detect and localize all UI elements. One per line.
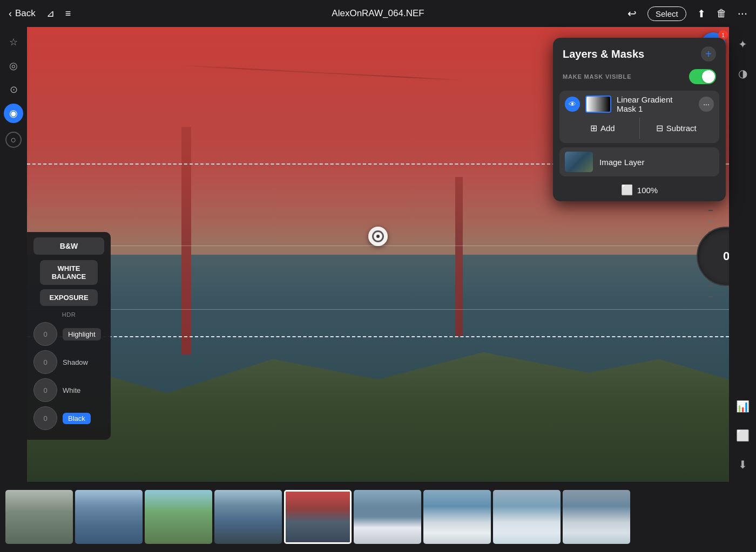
image-layer-row: Image Layer	[559, 147, 719, 176]
film-thumb-8[interactable]	[493, 490, 561, 544]
white-label: White	[63, 386, 80, 394]
gradient-line-bottom	[27, 336, 729, 337]
white-balance-button[interactable]: WHITE BALANCE	[40, 260, 98, 285]
back-chevron-icon: ‹	[9, 8, 12, 19]
sort-icon[interactable]: ≡	[65, 8, 71, 19]
opacity-value: 100%	[637, 186, 658, 195]
highlight-row: 0 Highlight	[33, 322, 104, 346]
layers-count: 1	[721, 32, 725, 38]
filmstrip: ℹ	[0, 482, 756, 552]
back-button[interactable]: ‹ Back	[9, 8, 36, 19]
magic-wand-icon[interactable]: ✦	[733, 35, 752, 54]
add-icon: ⊞	[590, 123, 597, 133]
highlight-label: Highlight	[63, 328, 101, 340]
shadow-knob-value: 0	[43, 358, 47, 366]
film-thumb-3[interactable]	[145, 490, 212, 544]
mask-item-row: 👁 Linear Gradient Mask 1 ···	[559, 91, 719, 118]
add-subtract-row: ⊞ Add ⊟ Subtract	[566, 118, 713, 139]
select-button[interactable]: Select	[647, 6, 686, 21]
mask-eye-button[interactable]: 👁	[565, 97, 580, 112]
film-thumb-9[interactable]	[563, 490, 630, 544]
more-icon[interactable]: ···	[738, 6, 747, 21]
undo-icon[interactable]: ↩	[627, 7, 637, 20]
film-thumb-6[interactable]	[354, 490, 421, 544]
add-button[interactable]: ⊞ Add	[566, 118, 640, 139]
filter-icon[interactable]: ⊿	[46, 8, 55, 19]
film-thumb-2[interactable]	[75, 490, 143, 544]
film-thumb-1[interactable]	[5, 490, 73, 544]
white-row: 0 White	[33, 378, 104, 402]
sidebar-tune-icon[interactable]: ⊙	[4, 80, 23, 99]
gradient-handle-inner	[372, 230, 384, 242]
image-layer-thumbnail	[565, 152, 593, 172]
film-thumb-5[interactable]	[284, 490, 352, 544]
mask-item: 👁 Linear Gradient Mask 1 ··· ⊞ Add ⊟ Sub…	[559, 91, 719, 143]
bw-button[interactable]: B&W	[33, 237, 104, 255]
subtract-label: Subtract	[666, 124, 697, 133]
bridge-tower-right	[455, 177, 463, 336]
layers-panel: Layers & Masks + MAKE MASK VISIBLE 👁 Lin…	[553, 38, 726, 201]
mask-thumbnail	[585, 96, 611, 113]
hdr-label: HDR	[33, 311, 104, 318]
file-title: AlexOnRAW_064.NEF	[332, 8, 424, 19]
layers-panel-title: Layers & Masks	[563, 48, 644, 60]
hdr-section: HDR 0 Highlight 0 Shadow 0 White 0 Black	[27, 311, 111, 430]
mask-name: Linear Gradient Mask 1	[617, 95, 693, 113]
mask-visible-label: MAKE MASK VISIBLE	[563, 73, 631, 80]
film-thumb-7[interactable]	[423, 490, 491, 544]
share-icon[interactable]: ⬆	[697, 8, 706, 20]
download-icon[interactable]: ⬇	[733, 455, 752, 474]
sidebar-favorites-icon[interactable]: ☆	[4, 32, 23, 52]
highlight-knob[interactable]: 0	[33, 322, 57, 346]
wb-section: WHITE BALANCE	[27, 260, 111, 288]
white-knob[interactable]: 0	[33, 378, 57, 402]
exposure-section: EXPOSURE	[27, 289, 111, 311]
add-label: Add	[600, 124, 615, 133]
image-layer-item: Image Layer	[559, 147, 719, 176]
bridge-tower-left	[181, 127, 191, 355]
mask-visible-toggle[interactable]	[689, 69, 716, 84]
sidebar-filter-icon[interactable]: ◎	[4, 56, 23, 76]
shadow-label: Shadow	[63, 358, 88, 366]
sidebar-vignette-icon[interactable]: ○	[5, 132, 22, 148]
tonecurve-icon[interactable]: ◑	[733, 64, 752, 83]
sidebar-color-icon[interactable]: ◉	[4, 104, 23, 123]
mask-visible-row: MAKE MASK VISIBLE	[553, 67, 726, 91]
add-layer-button[interactable]: +	[701, 46, 716, 62]
bw-section: B&W	[27, 237, 111, 259]
mask-more-button[interactable]: ···	[699, 97, 714, 112]
back-label: Back	[15, 8, 36, 19]
exposure-label: EXPOSURE	[49, 294, 88, 302]
opacity-icon: ⬜	[621, 184, 633, 196]
delete-icon[interactable]: 🗑	[717, 8, 727, 19]
top-bar: ‹ Back ⊿ ≡ AlexOnRAW_064.NEF ↩ Select ⬆ …	[0, 0, 756, 27]
white-knob-value: 0	[43, 386, 47, 394]
left-tools-panel: B&W WHITE BALANCE EXPOSURE HDR 0 Highlig…	[27, 232, 111, 440]
compare-icon[interactable]: ⬜	[733, 426, 752, 445]
gradient-handle-dot	[376, 235, 380, 238]
black-label: Black	[63, 413, 91, 424]
dial-container: 0	[675, 194, 729, 302]
top-bar-left: ‹ Back ⊿ ≡	[9, 8, 71, 19]
black-knob-value: 0	[43, 414, 47, 422]
opacity-row: ⬜ 100%	[553, 179, 726, 201]
wb-label: WHITE BALANCE	[52, 264, 86, 281]
subtract-button[interactable]: ⊟ Subtract	[640, 118, 713, 139]
black-row: 0 Black	[33, 406, 104, 430]
h-divider-1	[27, 246, 729, 246]
layers-panel-header: Layers & Masks +	[553, 38, 726, 67]
exposure-button[interactable]: EXPOSURE	[40, 289, 98, 306]
top-bar-right: ↩ Select ⬆ 🗑 ···	[627, 6, 747, 21]
h-divider-2	[27, 309, 729, 310]
gradient-handle[interactable]	[368, 227, 388, 246]
left-sidebar: ☆ ◎ ⊙ ◉ ○	[0, 27, 27, 482]
shadow-row: 0 Shadow	[33, 350, 104, 374]
histogram-icon[interactable]: 📊	[733, 397, 752, 416]
image-layer-name: Image Layer	[599, 158, 644, 167]
film-thumb-4[interactable]	[214, 490, 282, 544]
toggle-knob	[702, 70, 715, 83]
right-sidebar: ✦ ◑ 📊 ⬜ ⬇	[729, 27, 756, 482]
shadow-knob[interactable]: 0	[33, 350, 57, 374]
subtract-icon: ⊟	[656, 123, 663, 133]
black-knob[interactable]: 0	[33, 406, 57, 430]
